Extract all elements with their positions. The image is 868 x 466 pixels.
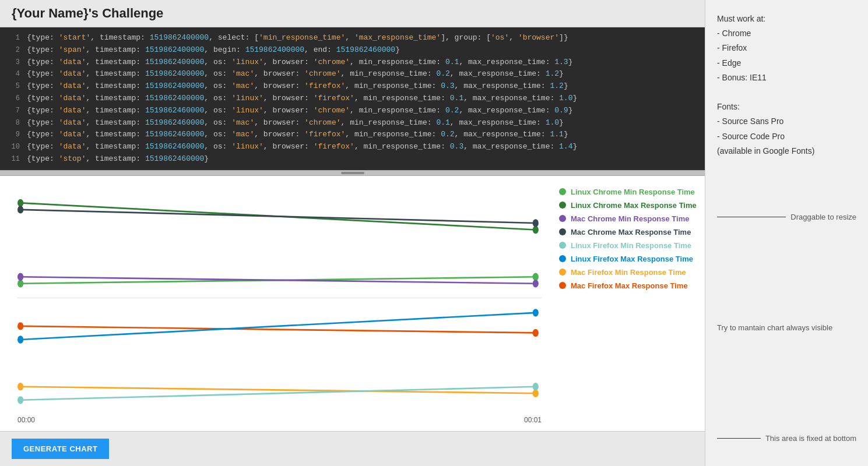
legend-label-mac-firefox-max: Mac Firefox Max Response Time [571,281,688,290]
line-content: {type: 'start', timestamp: 1519862400000… [27,32,568,44]
svg-line-15 [20,326,536,333]
svg-point-1 [17,280,23,287]
svg-line-21 [20,313,536,340]
svg-line-12 [20,387,536,394]
must-work-item: - Chrome [717,26,856,41]
line-content: {type: 'data', timestamp: 1519862460000,… [27,129,568,141]
chart-section: 00:00 00:01 Linux Chrome Min Response Ti… [0,176,705,431]
code-section: 1{type: 'start', timestamp: 151986240000… [0,27,705,170]
svg-point-10 [17,206,23,213]
code-line: 4{type: 'data', timestamp: 1519862400000… [0,68,705,80]
line-content: {type: 'data', timestamp: 1519862460000,… [27,105,572,117]
svg-point-13 [17,383,23,390]
legend-item-linux-chrome-min[interactable]: Linux Chrome Min Response Time [559,188,699,196]
legend-area: Linux Chrome Min Response TimeLinux Chro… [553,176,705,431]
line-number: 9 [6,129,20,140]
legend-item-linux-firefox-max[interactable]: Linux Firefox Max Response Time [559,255,699,263]
fixed-arrow-line [717,438,761,439]
svg-point-19 [17,397,23,404]
line-number: 6 [6,93,20,104]
legend-label-linux-firefox-min: Linux Firefox Min Response Time [571,241,691,250]
legend-item-linux-firefox-min[interactable]: Linux Firefox Min Response Time [559,241,699,250]
legend-label-mac-chrome-max: Mac Chrome Max Response Time [571,228,691,236]
drag-label-row: Draggable to resize [717,213,856,221]
svg-point-8 [533,280,539,287]
legend-item-mac-chrome-min[interactable]: Mac Chrome Min Response Time [559,214,699,223]
drag-label: Draggable to resize [790,213,856,221]
bottom-bar: GENERATE CHART [0,431,705,466]
legend-item-mac-firefox-max[interactable]: Mac Firefox Max Response Time [559,281,699,290]
fonts-item: (available in Google Fonts) [717,144,856,158]
fonts-item: - Source Sans Pro [717,114,856,129]
line-number: 8 [6,118,20,129]
top-chart [17,182,542,298]
fonts-items: - Source Sans Pro- Source Code Pro(avail… [717,114,856,158]
legend-dot-mac-firefox-max [559,282,566,289]
line-content: {type: 'data', timestamp: 1519862400000,… [27,57,572,69]
line-content: {type: 'data', timestamp: 1519862400000,… [27,68,564,80]
code-line: 1{type: 'start', timestamp: 151986240000… [0,32,705,44]
legend-label-linux-chrome-max: Linux Chrome Max Response Time [571,201,697,210]
legend-dot-mac-firefox-min [559,269,566,276]
line-content: {type: 'data', timestamp: 1519862460000,… [27,117,564,129]
code-line: 6{type: 'data', timestamp: 1519862400000… [0,93,705,105]
sidebar-top: Must work at: - Chrome- Firefox- Edge- B… [717,12,856,201]
svg-point-14 [533,390,539,397]
line-number: 5 [6,81,20,92]
must-work-items: - Chrome- Firefox- Edge- Bonus: IE11 [717,26,856,85]
line-content: {type: 'data', timestamp: 1519862400000,… [27,93,577,105]
drag-handle[interactable] [0,170,705,176]
fixed-label: This area is fixed at bottom [765,434,856,443]
legend-label-mac-firefox-min: Mac Firefox Min Response Time [571,268,686,277]
legend-item-mac-chrome-max[interactable]: Mac Chrome Max Response Time [559,228,699,236]
legend-label-mac-chrome-min: Mac Chrome Min Response Time [571,214,689,223]
bottom-chart [17,298,542,415]
legend-item-mac-firefox-min[interactable]: Mac Firefox Min Response Time [559,268,699,277]
sidebar-must-work: Must work at: - Chrome- Firefox- Edge- B… [717,12,856,158]
line-content: {type: 'stop', timestamp: 1519862460000} [27,153,209,165]
line-number: 10 [6,142,20,153]
legend-item-linux-chrome-max[interactable]: Linux Chrome Max Response Time [559,201,699,210]
time-end: 00:01 [524,416,542,424]
svg-point-5 [533,226,539,234]
must-work-item: - Firefox [717,41,856,55]
line-number: 1 [6,33,20,44]
legend-dot-linux-chrome-max [559,202,566,209]
svg-line-9 [20,210,536,223]
svg-point-4 [17,199,23,206]
sidebar-middle: Try to mantain chart always visible [717,233,856,422]
code-line: 10{type: 'data', timestamp: 151986246000… [0,141,705,153]
must-work-item: - Edge [717,56,856,70]
fixed-label-row: This area is fixed at bottom [717,434,856,443]
svg-point-23 [533,309,539,317]
line-content: {type: 'data', timestamp: 1519862460000,… [27,141,577,153]
legend-label-linux-chrome-min: Linux Chrome Min Response Time [571,188,695,196]
svg-point-16 [17,323,23,330]
svg-point-7 [17,273,23,280]
legend-dot-linux-firefox-max [559,255,566,262]
time-start: 00:00 [17,416,35,424]
line-content: {type: 'span', timestamp: 1519862400000,… [27,44,400,57]
line-number: 3 [6,57,20,68]
legend-dot-linux-firefox-min [559,242,566,249]
legend-dot-linux-chrome-min [559,188,566,195]
sidebar: Must work at: - Chrome- Firefox- Edge- B… [705,0,868,466]
generate-chart-button[interactable]: GENERATE CHART [12,439,109,459]
svg-line-18 [20,387,536,400]
code-line: 8{type: 'data', timestamp: 1519862460000… [0,117,705,129]
svg-point-2 [533,273,539,280]
line-number: 4 [6,69,20,80]
svg-point-22 [17,336,23,344]
code-line: 5{type: 'data', timestamp: 1519862400000… [0,80,705,93]
code-line: 3{type: 'data', timestamp: 1519862400000… [0,57,705,69]
page-title: {Your Name}'s Challenge [12,6,693,21]
drag-arrow-line [717,217,786,217]
legend-label-linux-firefox-max: Linux Firefox Max Response Time [571,255,693,263]
svg-point-20 [533,383,539,390]
chart-label: Try to mantain chart always visible [717,323,832,332]
svg-point-11 [533,219,539,227]
line-number: 7 [6,105,20,116]
fonts-title: Fonts: [717,100,856,114]
svg-point-17 [533,329,539,337]
code-line: 7{type: 'data', timestamp: 1519862460000… [0,105,705,117]
